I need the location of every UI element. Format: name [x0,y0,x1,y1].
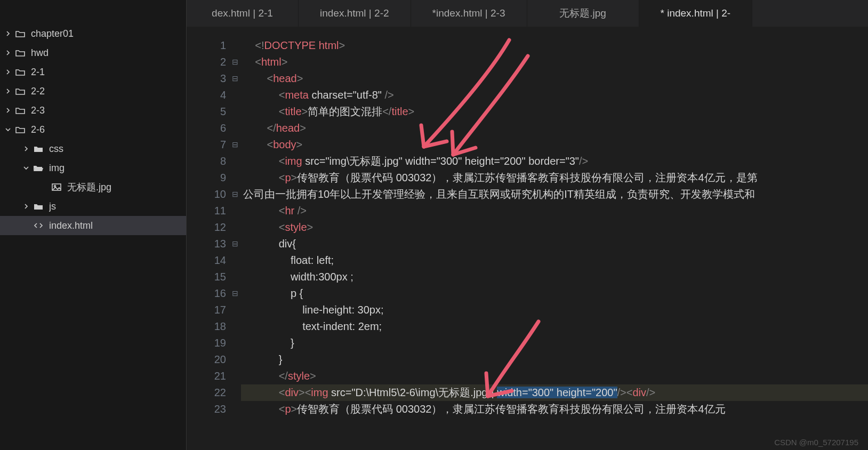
line-number: 12 [187,219,226,236]
fold-toggle [229,170,241,186]
fold-toggle [229,87,241,103]
fold-toggle [229,335,241,351]
code-line[interactable]: <img src="img\无标题.jpg" width="300" heigh… [241,153,868,170]
sidebar-item-chapter01[interactable]: chapter01 [0,24,186,43]
code-line[interactable]: <p>传智教育（股票代码 003032），隶属江苏传智播客教育科技股份有限公司，… [241,170,868,186]
chevron-right-icon[interactable] [3,48,13,58]
fold-toggle [229,37,241,54]
sidebar-item-2-3[interactable]: 2-3 [0,101,186,120]
sidebar-item-label: js [49,201,186,212]
watermark: CSDN @m0_57207195 [774,438,858,447]
code-line[interactable]: <meta charset="utf-8" /> [241,87,868,103]
line-number: 2 [187,54,226,70]
sidebar-item-2-1[interactable]: 2-1 [0,62,186,82]
code-line[interactable]: 公司由一批拥有10年以上开发管理经验，且来自互联网或研究机构的IT精英组成，负责… [241,186,868,203]
chevron-down-icon[interactable] [21,163,31,173]
line-number: 21 [187,368,226,384]
fold-toggle[interactable]: ⊟ [229,285,241,302]
fold-toggle[interactable]: ⊟ [229,70,241,87]
chevron-right-icon[interactable] [3,106,13,115]
code-line[interactable]: <hr /> [241,203,868,219]
line-number: 22 [187,384,226,401]
code-line[interactable]: div{ [241,236,868,252]
folder-outline-icon [15,29,26,38]
folder-outline-icon [15,86,26,96]
sidebar-item-label: index.html [49,220,186,231]
fold-toggle[interactable]: ⊟ [229,136,241,153]
tab-2[interactable]: *index.html | 2-3 [411,0,527,27]
line-number: 15 [187,269,226,285]
tab-bar[interactable]: dex.html | 2-1index.html | 2-2*index.htm… [187,0,868,27]
line-number: 4 [187,87,226,103]
sidebar-item-label: 2-2 [31,86,186,97]
chevron-right-icon[interactable] [21,202,31,211]
line-number: 13 [187,236,226,252]
fold-column[interactable]: ⊟⊟⊟⊟⊟⊟ [229,27,241,450]
sidebar-item-hwd[interactable]: hwd [0,43,186,62]
sidebar-item-label: 2-3 [31,105,186,116]
line-number: 19 [187,335,226,351]
code-line[interactable]: text-indent: 2em; [241,318,868,335]
sidebar-item-js[interactable]: js [0,197,186,216]
fold-toggle [229,252,241,269]
code-line[interactable]: line-height: 30px; [241,302,868,318]
code-line[interactable]: </head> [241,120,868,136]
code-line[interactable]: float: left; [241,252,868,269]
code-line[interactable]: <p>传智教育（股票代码 003032），隶属江苏传智播客教育科技股份有限公司，… [241,401,868,417]
line-number: 3 [187,70,226,87]
fold-toggle [229,219,241,236]
code-line[interactable]: width:300px ; [241,269,868,285]
code-line[interactable]: </style> [241,368,868,384]
sidebar-item-2-6[interactable]: 2-6 [0,120,186,139]
line-number: 20 [187,351,226,368]
tab-1[interactable]: index.html | 2-2 [299,0,411,27]
code-line[interactable]: p { [241,285,868,302]
folder-outline-icon [15,67,26,77]
chevron-down-icon[interactable] [3,125,13,134]
tab-label: index.html | 2-2 [320,7,389,19]
line-number: 1 [187,37,226,54]
code-line[interactable]: <html> [241,54,868,70]
file-explorer[interactable]: chapter01hwd2-12-22-32-6cssimg无标题.jpgjsi… [0,0,187,450]
line-number: 8 [187,153,226,170]
chevron-right-icon[interactable] [3,67,13,77]
sidebar-item-label: 2-6 [31,124,186,135]
chevron-right-icon[interactable] [21,144,31,154]
sidebar-item-2-2[interactable]: 2-2 [0,82,186,101]
fold-toggle[interactable]: ⊟ [229,54,241,70]
editor-area: dex.html | 2-1index.html | 2-2*index.htm… [187,0,868,450]
line-number: 18 [187,318,226,335]
fold-toggle[interactable]: ⊟ [229,186,241,203]
code-line[interactable]: <body> [241,136,868,153]
fold-toggle [229,103,241,120]
sidebar-item-img[interactable]: img [0,158,186,178]
sidebar-item--jpg[interactable]: 无标题.jpg [0,178,186,197]
code-line[interactable]: <div><img src="D:\Html5\2-6\img\无标题.jpg"… [241,384,868,401]
tab-label: *index.html | 2-3 [432,7,505,19]
tab-label: 无标题.jpg [559,6,606,20]
tab-4[interactable]: * index.html | 2- [639,0,753,27]
line-number: 17 [187,302,226,318]
tab-0[interactable]: dex.html | 2-1 [187,0,299,27]
sidebar-item-label: img [49,163,186,174]
code-icon [33,221,44,230]
code-line[interactable]: <style> [241,219,868,236]
fold-toggle[interactable]: ⊟ [229,236,241,252]
tab-3[interactable]: 无标题.jpg [527,0,639,27]
line-number: 14 [187,252,226,269]
sidebar-item-css[interactable]: css [0,139,186,158]
chevron-right-icon[interactable] [3,29,13,38]
folder-icon [33,144,44,154]
code-line[interactable]: <head> [241,70,868,87]
chevron-right-icon[interactable] [3,86,13,96]
code-line[interactable]: } [241,351,868,368]
code-line[interactable]: } [241,335,868,351]
code-line[interactable]: <!DOCTYPE html> [241,37,868,54]
sidebar-item-index-html[interactable]: index.html [0,216,186,235]
code-editor[interactable]: 1234567891011121314151617181920212223 ⊟⊟… [187,27,868,450]
code-content[interactable]: <!DOCTYPE html> <html> <head> <meta char… [241,27,868,450]
sidebar-item-label: 无标题.jpg [67,181,186,194]
code-line[interactable]: <title>简单的图文混排</title> [241,103,868,120]
fold-toggle [229,318,241,335]
fold-toggle [229,351,241,368]
